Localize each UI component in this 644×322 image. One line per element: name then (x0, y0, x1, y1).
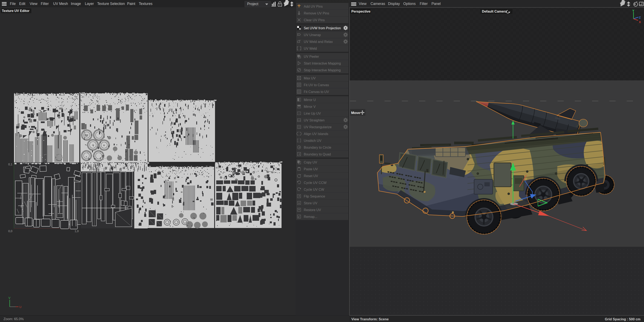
svg-text:Edit: Edit (19, 2, 25, 6)
svg-text:Panel: Panel (432, 2, 441, 6)
svg-text:Cycle UV CCW: Cycle UV CCW (304, 181, 327, 184)
svg-text:View: View (30, 2, 38, 6)
svg-text:0,0: 0,0 (8, 229, 12, 233)
svg-text:Perspective: Perspective (351, 10, 370, 13)
svg-text:Fit UV to Canvas: Fit UV to Canvas (304, 83, 329, 87)
svg-text:Store UV: Store UV (304, 201, 317, 205)
svg-text:Restore UV: Restore UV (304, 208, 321, 212)
svg-text:U: U (19, 305, 22, 308)
svg-text:Boundary to Circle: Boundary to Circle (304, 146, 331, 149)
svg-text:Reset UV: Reset UV (304, 174, 318, 178)
svg-text:Line Up UV: Line Up UV (304, 112, 321, 115)
svg-text:Clear UV Pins: Clear UV Pins (304, 18, 325, 22)
svg-text:Z: Z (639, 16, 641, 19)
svg-text:Remove UV Pins: Remove UV Pins (304, 11, 329, 15)
svg-text:Filter: Filter (420, 2, 428, 6)
svg-text:Max UV: Max UV (304, 76, 316, 80)
svg-text:Texture UV Editor: Texture UV Editor (2, 9, 30, 13)
svg-text:UV Weld and Relax: UV Weld and Relax (304, 40, 333, 44)
svg-text:UV Unwrap: UV Unwrap (304, 33, 321, 37)
svg-text:Unstitch UV: Unstitch UV (304, 139, 322, 142)
svg-text:Display: Display (388, 2, 400, 6)
svg-text:V: V (8, 296, 10, 299)
svg-text:UV Mesh: UV Mesh (53, 2, 68, 6)
svg-text:View Transform: Scene: View Transform: Scene (351, 317, 388, 321)
svg-text:Y: Y (632, 9, 634, 12)
svg-text:Default Camera: Default Camera (482, 10, 507, 13)
svg-text:Layer: Layer (85, 2, 94, 6)
svg-text:Grid Spacing : 500 cm: Grid Spacing : 500 cm (605, 317, 640, 321)
svg-text:Cycle UV CW: Cycle UV CW (304, 188, 324, 191)
svg-text:Copy UV: Copy UV (304, 160, 317, 164)
svg-text:Texture Selection: Texture Selection (97, 2, 125, 6)
svg-text:Mirror V: Mirror V (304, 105, 316, 108)
svg-text:Paint: Paint (127, 2, 135, 6)
svg-text:Start Interactive Mapping: Start Interactive Mapping (304, 62, 341, 65)
svg-text:Add UV Pins: Add UV Pins (304, 5, 323, 8)
svg-text:Fit Canvas to UV: Fit Canvas to UV (304, 90, 329, 94)
svg-text:Image: Image (71, 2, 81, 6)
svg-text:X: X (639, 20, 641, 24)
svg-text:View: View (359, 2, 366, 6)
svg-text:UV Weld: UV Weld (304, 47, 317, 50)
svg-text:Flip Sequence: Flip Sequence (304, 194, 325, 198)
svg-text:Filter: Filter (41, 2, 49, 6)
svg-text:UV Rectangularize: UV Rectangularize (304, 125, 332, 129)
svg-text:Zoom: 65.0%: Zoom: 65.0% (4, 317, 24, 321)
svg-text:Cameras: Cameras (370, 2, 385, 6)
svg-text:Options: Options (403, 2, 416, 6)
svg-text:Move: Move (351, 111, 360, 115)
svg-text:Align UV Islands: Align UV Islands (304, 132, 328, 136)
svg-text:Project: Project (247, 2, 258, 6)
svg-text:Boundary to Quad: Boundary to Quad (304, 152, 331, 156)
svg-text:UV Straighten: UV Straighten (304, 118, 324, 122)
svg-text:Paste UV: Paste UV (304, 167, 318, 171)
svg-text:Stop Interactive Mapping: Stop Interactive Mapping (304, 68, 341, 72)
svg-text:Remap...: Remap... (304, 215, 317, 218)
svg-text:File: File (10, 2, 16, 6)
svg-text:Textures: Textures (139, 2, 152, 6)
svg-text:1,0: 1,0 (74, 229, 79, 233)
svg-text:Mirror U: Mirror U (304, 98, 316, 102)
svg-text:0,1: 0,1 (8, 163, 12, 166)
svg-text:UV Peeler: UV Peeler (304, 55, 319, 58)
svg-text:Set UVW from Projection: Set UVW from Projection (304, 26, 341, 30)
